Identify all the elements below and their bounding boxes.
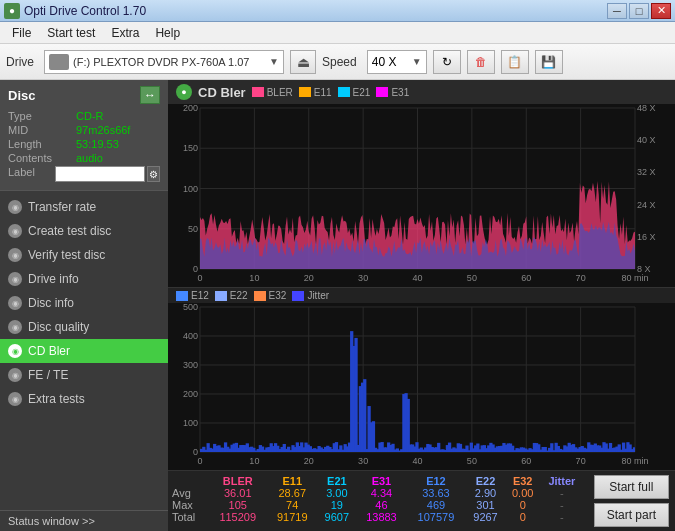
fe-te-label: FE / TE [28,368,68,382]
menu-file[interactable]: File [4,24,39,42]
toolbar: Drive (F:) PLEXTOR DVDR PX-760A 1.07 ▼ ⏏… [0,44,675,80]
erase-button[interactable]: 🗑 [467,50,495,74]
sidebar-item-disc-info[interactable]: ◉ Disc info [0,291,168,315]
sidebar-item-fe-te[interactable]: ◉ FE / TE [0,363,168,387]
transfer-rate-icon: ◉ [8,200,22,214]
sidebar-item-drive-info[interactable]: ◉ Drive info [0,267,168,291]
drive-info-label: Drive info [28,272,79,286]
table-cell-avg-e32: 0.00 [505,487,540,499]
extra-tests-icon: ◉ [8,392,22,406]
sidebar-item-create-test-disc[interactable]: ◉ Create test disc [0,219,168,243]
legend-e12-color [176,291,188,301]
legend-bler-text: BLER [267,87,293,98]
legend-e12: E12 [176,290,209,301]
chart-title: CD Bler [198,85,246,100]
menu-bar: File Start test Extra Help [0,22,675,44]
table-cell-total-e22: 9267 [466,511,506,523]
verify-test-disc-icon: ◉ [8,248,22,262]
menu-extra[interactable]: Extra [103,24,147,42]
title-bar: ● Opti Drive Control 1.70 ─ □ ✕ [0,0,675,22]
disc-mid-value: 97m26s66f [76,124,130,136]
col-header-empty [172,475,208,487]
disc-refresh-button[interactable]: ↔ [140,86,160,104]
bottom-chart-area: E12 E22 E32 Jitter [168,288,675,470]
legend-jitter-color [292,291,304,301]
table-cell-total-e21: 9607 [317,511,357,523]
close-button[interactable]: ✕ [651,3,671,19]
bottom-chart-canvas [168,303,675,470]
status-window-label: Status window >> [8,515,95,527]
table-cell-total-e11: 91719 [267,511,317,523]
speed-label: Speed [322,55,357,69]
table-cell-total-bler: 115209 [208,511,267,523]
legend-e11-text: E11 [314,87,332,98]
disc-quality-label: Disc quality [28,320,89,334]
table-cell-avg-e31: 4.34 [357,487,407,499]
verify-test-disc-label: Verify test disc [28,248,105,262]
app-icon: ● [4,3,20,19]
table-cell-max-jitter: - [540,499,584,511]
disc-length-label: Length [8,138,76,150]
legend-e21-text: E21 [353,87,371,98]
action-buttons: Start full Start part [588,471,675,531]
disc-type-row: Type CD-R [8,110,160,122]
legend-e11: E11 [299,87,332,98]
copy-button[interactable]: 📋 [501,50,529,74]
table-cell-avg-e21: 3.00 [317,487,357,499]
eject-button[interactable]: ⏏ [290,50,316,74]
drive-icon [49,54,69,70]
save-button[interactable]: 💾 [535,50,563,74]
legend-e32-color [254,291,266,301]
disc-label-input[interactable] [55,166,145,182]
legend-e22-text: E22 [230,290,248,301]
legend-e11-color [299,87,311,97]
sidebar-item-verify-test-disc[interactable]: ◉ Verify test disc [0,243,168,267]
legend-e21-color [338,87,350,97]
drive-label: Drive [6,55,34,69]
table-cell-max-e12: 469 [406,499,465,511]
speed-select[interactable]: 40 X ▼ [367,50,427,74]
table-cell-total-e31: 13883 [357,511,407,523]
transfer-rate-label: Transfer rate [28,200,96,214]
sidebar-item-disc-quality[interactable]: ◉ Disc quality [0,315,168,339]
sidebar-item-transfer-rate[interactable]: ◉ Transfer rate [0,195,168,219]
status-window-button[interactable]: Status window >> [0,510,168,531]
legend-e21: E21 [338,87,371,98]
disc-quality-icon: ◉ [8,320,22,334]
sidebar-item-cd-bler[interactable]: ◉ CD Bler [0,339,168,363]
col-header-e32: E32 [505,475,540,487]
legend-e12-text: E12 [191,290,209,301]
disc-gear-button[interactable]: ⚙ [147,166,160,182]
disc-info-icon: ◉ [8,296,22,310]
table-cell-max-e22: 301 [466,499,506,511]
col-header-jitter: Jitter [540,475,584,487]
disc-contents-row: Contents audio [8,152,160,164]
minimize-button[interactable]: ─ [607,3,627,19]
table-cell-avg-e22: 2.90 [466,487,506,499]
menu-help[interactable]: Help [147,24,188,42]
restore-button[interactable]: □ [629,3,649,19]
main-area: Disc ↔ Type CD-R MID 97m26s66f Length 53… [0,80,675,531]
table-cell-max-e32: 0 [505,499,540,511]
window-controls: ─ □ ✕ [607,3,671,19]
table-cell-avg-e11: 28.67 [267,487,317,499]
table-row-label: Avg [172,487,208,499]
speed-value: 40 X [372,55,397,69]
table-cell-max-bler: 105 [208,499,267,511]
refresh-button[interactable]: ↻ [433,50,461,74]
col-header-bler: BLER [208,475,267,487]
drive-value: (F:) PLEXTOR DVDR PX-760A 1.07 [73,56,265,68]
sidebar-item-extra-tests[interactable]: ◉ Extra tests [0,387,168,411]
disc-panel: Disc ↔ Type CD-R MID 97m26s66f Length 53… [0,80,168,191]
sidebar-nav: ◉ Transfer rate ◉ Create test disc ◉ Ver… [0,191,168,510]
drive-select[interactable]: (F:) PLEXTOR DVDR PX-760A 1.07 ▼ [44,50,284,74]
start-full-button[interactable]: Start full [594,475,669,499]
table-cell-avg-jitter: - [540,487,584,499]
legend-e31-text: E31 [391,87,409,98]
legend-e22: E22 [215,290,248,301]
content-area: ● CD Bler BLER E11 E21 E31 [168,80,675,531]
menu-start-test[interactable]: Start test [39,24,103,42]
start-part-button[interactable]: Start part [594,503,669,527]
legend-bler-color [252,87,264,97]
table-cell-total-e32: 0 [505,511,540,523]
